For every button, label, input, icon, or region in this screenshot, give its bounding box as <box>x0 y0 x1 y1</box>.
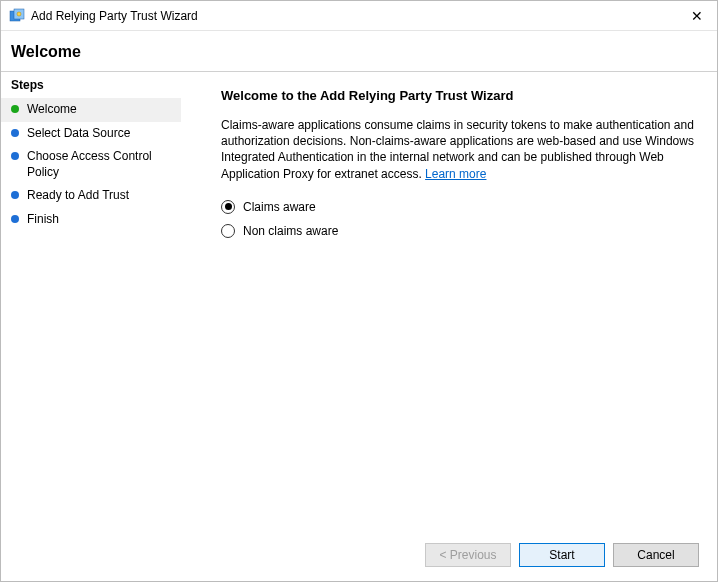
step-ready-to-add-trust[interactable]: Ready to Add Trust <box>1 184 181 208</box>
radio-claims-aware[interactable]: Claims aware <box>221 200 697 214</box>
step-label: Ready to Add Trust <box>27 188 129 204</box>
previous-button: < Previous <box>425 543 511 567</box>
step-choose-access-control-policy[interactable]: Choose Access Control Policy <box>1 145 181 184</box>
step-finish[interactable]: Finish <box>1 208 181 232</box>
app-icon <box>9 8 25 24</box>
main-title: Welcome to the Add Relying Party Trust W… <box>221 88 697 103</box>
titlebar: Add Relying Party Trust Wizard ✕ <box>1 1 717 31</box>
learn-more-link[interactable]: Learn more <box>425 167 486 181</box>
page-header: Welcome <box>1 31 717 71</box>
radio-non-claims-aware[interactable]: Non claims aware <box>221 224 697 238</box>
main-description: Claims-aware applications consume claims… <box>221 117 697 182</box>
steps-sidebar: Steps Welcome Select Data Source Choose … <box>1 72 181 531</box>
step-label: Choose Access Control Policy <box>27 149 171 180</box>
step-label: Welcome <box>27 102 77 118</box>
step-welcome[interactable]: Welcome <box>1 98 181 122</box>
window-title: Add Relying Party Trust Wizard <box>31 9 685 23</box>
svg-point-2 <box>17 12 21 16</box>
steps-header: Steps <box>1 74 181 98</box>
page-title: Welcome <box>11 43 707 61</box>
bullet-icon <box>11 105 19 113</box>
radio-icon <box>221 200 235 214</box>
main-content: Welcome to the Add Relying Party Trust W… <box>181 72 717 531</box>
body: Steps Welcome Select Data Source Choose … <box>1 71 717 531</box>
radio-icon <box>221 224 235 238</box>
start-button[interactable]: Start <box>519 543 605 567</box>
bullet-icon <box>11 152 19 160</box>
step-label: Finish <box>27 212 59 228</box>
bullet-icon <box>11 215 19 223</box>
close-icon[interactable]: ✕ <box>685 8 709 24</box>
footer: < Previous Start Cancel <box>1 531 717 579</box>
step-label: Select Data Source <box>27 126 130 142</box>
radio-label: Non claims aware <box>243 224 338 238</box>
step-select-data-source[interactable]: Select Data Source <box>1 122 181 146</box>
radio-label: Claims aware <box>243 200 316 214</box>
bullet-icon <box>11 191 19 199</box>
bullet-icon <box>11 129 19 137</box>
cancel-button[interactable]: Cancel <box>613 543 699 567</box>
